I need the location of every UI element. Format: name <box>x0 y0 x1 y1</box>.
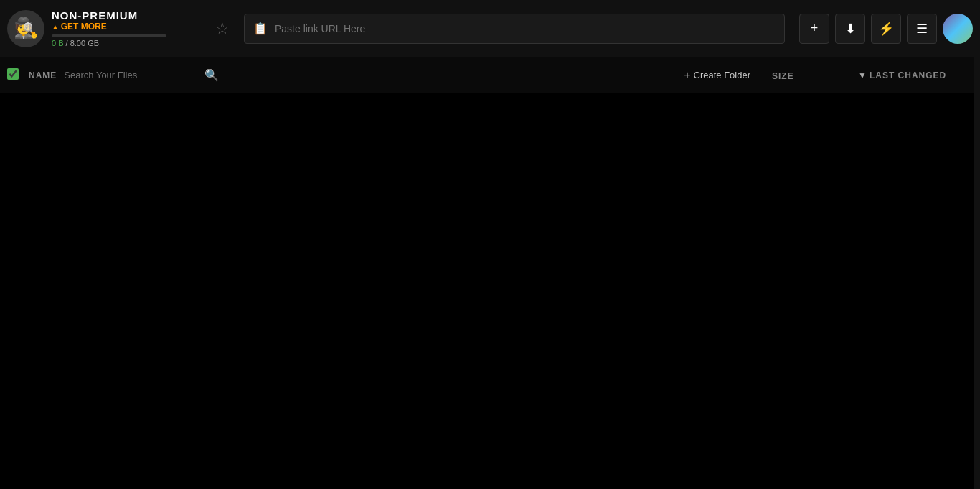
download-button[interactable]: ⬇ <box>835 14 865 44</box>
create-folder-button[interactable]: + Create Folder <box>677 66 758 85</box>
storage-bar-track <box>52 34 166 37</box>
favorites-button[interactable]: ☆ <box>215 19 230 38</box>
bolt-icon: ⚡ <box>878 21 894 37</box>
url-bar-section: 📋 <box>244 14 785 44</box>
get-more-link[interactable]: GET MORE <box>52 22 166 32</box>
app-logo: 🕵️ <box>7 10 44 47</box>
url-bar: 📋 <box>244 14 785 44</box>
name-column-label: NAME <box>29 70 57 80</box>
storage-bar-container: 0 B / 8.00 GB <box>52 34 166 47</box>
search-button[interactable]: 🔍 <box>200 67 223 83</box>
scrollbar-track[interactable] <box>974 0 980 489</box>
download-icon: ⬇ <box>845 21 856 37</box>
link-icon: 📋 <box>253 22 268 35</box>
app-header: 🕵️ NON-PREMIUM GET MORE 0 B / 8.00 GB ☆ … <box>0 0 980 57</box>
url-input[interactable] <box>275 23 776 34</box>
size-column-label: SIZE <box>772 71 794 81</box>
sort-arrow-icon: ▼ <box>858 70 867 80</box>
name-column: NAME 🔍 <box>29 67 677 83</box>
size-column: SIZE <box>772 69 858 82</box>
brand-name: NON-PREMIUM <box>52 9 166 22</box>
menu-button[interactable]: ☰ <box>907 14 937 44</box>
hamburger-icon: ☰ <box>916 21 928 37</box>
search-icon: 🔍 <box>204 69 219 81</box>
last-changed-column[interactable]: ▼ LAST CHANGED <box>858 70 973 80</box>
brand-info: NON-PREMIUM GET MORE 0 B / 8.00 GB <box>52 9 166 47</box>
last-changed-label: LAST CHANGED <box>870 70 946 80</box>
select-all-checkbox[interactable] <box>7 68 19 80</box>
add-button[interactable]: + <box>799 14 829 44</box>
bolt-button[interactable]: ⚡ <box>871 14 901 44</box>
storage-separator: / 8.00 GB <box>66 39 99 47</box>
storage-text: 0 B / 8.00 GB <box>52 39 166 47</box>
plus-icon: + <box>811 21 819 36</box>
create-folder-label: Create Folder <box>694 70 750 80</box>
header-actions: + ⬇ ⚡ ☰ <box>799 14 973 44</box>
avatar-button[interactable] <box>943 14 973 44</box>
brand-section: 🕵️ NON-PREMIUM GET MORE 0 B / 8.00 GB <box>7 9 208 47</box>
file-list <box>0 93 980 489</box>
storage-used: 0 B <box>52 39 64 47</box>
create-folder-plus-icon: + <box>684 69 690 82</box>
search-input[interactable] <box>64 70 193 80</box>
select-all-col <box>7 68 29 83</box>
file-toolbar: NAME 🔍 + Create Folder SIZE ▼ LAST CHANG… <box>0 57 980 93</box>
